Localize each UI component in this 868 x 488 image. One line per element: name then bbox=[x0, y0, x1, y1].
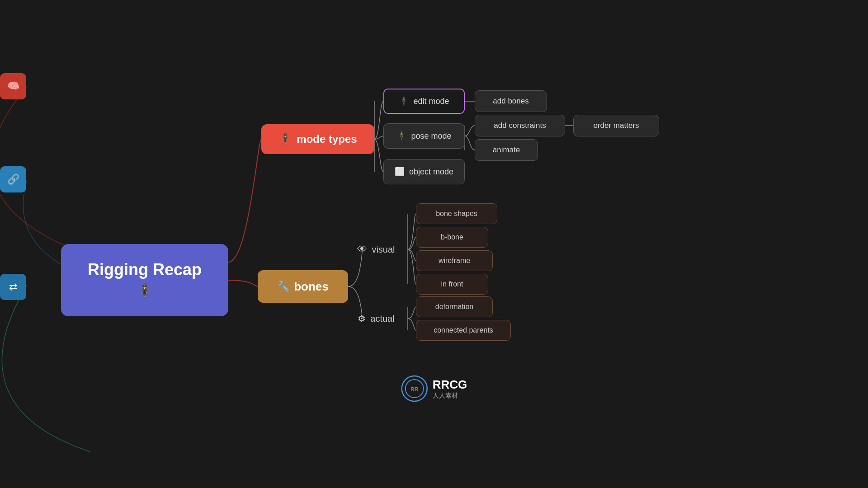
visual-node: 👁 visual bbox=[344, 238, 408, 261]
side-button-red[interactable]: 🧠 bbox=[0, 73, 26, 99]
connected-parents-label: connected parents bbox=[434, 326, 493, 334]
in-front-node: in front bbox=[416, 274, 488, 295]
actual-icon: ⚙ bbox=[358, 313, 366, 324]
link-icon: 🔗 bbox=[7, 174, 19, 185]
order-matters-label: order matters bbox=[593, 121, 639, 130]
watermark-cn-label: 人人素材 bbox=[433, 392, 467, 400]
rigging-recap-title: Rigging Recap bbox=[88, 260, 202, 279]
wireframe-label: wireframe bbox=[439, 257, 470, 265]
side-button-arrow[interactable]: ⇄ bbox=[0, 274, 26, 300]
edit-mode-icon: 🕴 bbox=[399, 96, 409, 106]
watermark-text-block: RRCG 人人素材 bbox=[433, 378, 467, 400]
pose-mode-label: pose mode bbox=[411, 131, 451, 141]
deformation-label: deformation bbox=[435, 303, 474, 311]
mode-types-node: 🕴 mode types bbox=[261, 124, 374, 154]
actual-label: actual bbox=[370, 314, 394, 324]
order-matters-node: order matters bbox=[573, 115, 659, 136]
animate-label: animate bbox=[493, 145, 520, 155]
side-button-link[interactable]: 🔗 bbox=[0, 166, 26, 192]
svg-text:RR: RR bbox=[410, 386, 419, 393]
edit-mode-node: 🕴 edit mode bbox=[383, 89, 465, 114]
rigging-recap-node: Rigging Recap 🕴 bbox=[61, 244, 228, 316]
rrcg-logo: RR bbox=[401, 375, 428, 402]
animate-node: animate bbox=[475, 139, 538, 161]
pose-mode-node: 🕴 pose mode bbox=[383, 123, 465, 149]
bones-label: bones bbox=[294, 280, 329, 294]
visual-icon: 👁 bbox=[357, 244, 367, 255]
wireframe-node: wireframe bbox=[416, 250, 493, 271]
connected-parents-node: connected parents bbox=[416, 320, 511, 341]
rigging-recap-icon: 🕴 bbox=[136, 283, 154, 300]
actual-node: ⚙ actual bbox=[344, 307, 408, 330]
watermark: RR RRCG 人人素材 bbox=[401, 375, 467, 402]
watermark-rrcg-label: RRCG bbox=[433, 378, 467, 392]
mode-types-icon: 🕴 bbox=[278, 133, 292, 145]
add-bones-node: add bones bbox=[475, 90, 547, 112]
edit-mode-label: edit mode bbox=[413, 97, 449, 106]
arrows-icon: ⇄ bbox=[9, 281, 17, 293]
visual-label: visual bbox=[372, 244, 395, 255]
add-constraints-label: add constraints bbox=[494, 121, 546, 130]
deformation-node: deformation bbox=[416, 296, 493, 317]
add-bones-label: add bones bbox=[493, 97, 528, 106]
bone-shapes-node: bone shapes bbox=[416, 203, 497, 224]
add-constraints-node: add constraints bbox=[475, 115, 565, 136]
in-front-label: in front bbox=[441, 280, 463, 288]
b-bone-node: b-bone bbox=[416, 227, 488, 248]
b-bone-label: b-bone bbox=[441, 233, 463, 241]
pose-mode-icon: 🕴 bbox=[396, 131, 406, 141]
object-mode-label: object mode bbox=[409, 167, 453, 177]
bone-shapes-label: bone shapes bbox=[436, 210, 477, 218]
brain-icon: 🧠 bbox=[7, 80, 19, 92]
mode-types-label: mode types bbox=[297, 133, 357, 145]
bones-icon: 🔧 bbox=[277, 281, 289, 292]
bones-node: 🔧 bones bbox=[258, 270, 348, 303]
object-mode-node: ⬜ object mode bbox=[383, 159, 465, 184]
object-mode-icon: ⬜ bbox=[395, 167, 405, 177]
